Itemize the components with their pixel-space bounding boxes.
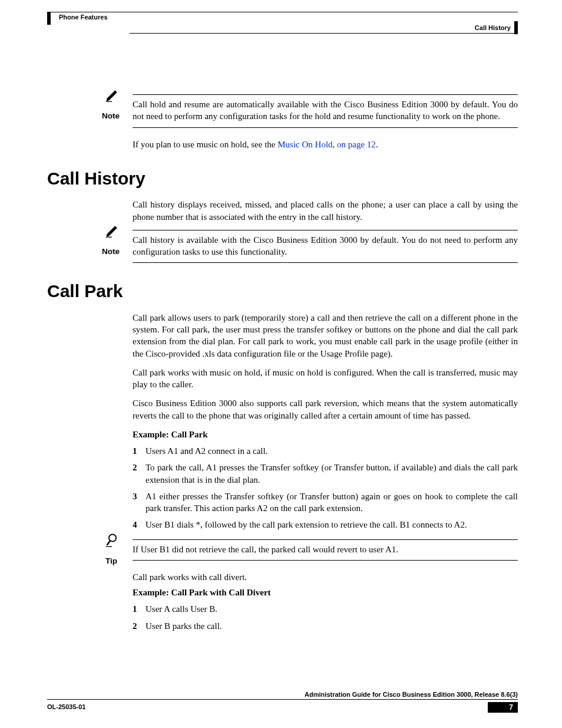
tip-text: If User B1 did not retrieve the call, th… (133, 543, 518, 555)
call-park-p1: Call park allows users to park (temporar… (133, 312, 518, 360)
note-text: Call hold and resume are automatically a… (133, 98, 518, 123)
tip-rule-top (133, 539, 518, 540)
svg-line-5 (107, 541, 110, 545)
call-park-p3: Cisco Business Edition 3000 also support… (133, 397, 518, 421)
note-block-2: Note Call history is available with the … (47, 230, 518, 263)
note-block-1: Note Call hold and resume are automatica… (47, 94, 518, 128)
step-number: 1 (133, 445, 146, 457)
moh-text-post: . (376, 140, 378, 149)
footer-doc-id: OL-25035-01 (47, 703, 85, 711)
step-number: 3 (133, 490, 146, 515)
pencil-icon (105, 87, 120, 103)
list-item: 1Users A1 and A2 connect in a call. (133, 445, 518, 457)
call-park-divert-text: Call park works with call divert. (133, 571, 518, 583)
svg-marker-2 (107, 226, 117, 236)
footer-row: OL-25035-01 7 (47, 702, 518, 713)
step-text: To park the call, A1 presses the Transfe… (146, 462, 518, 486)
note-label: Note (102, 111, 120, 121)
tip-label: Tip (105, 556, 117, 566)
step-text: User A calls User B. (146, 603, 518, 615)
header-section-title: Call History (475, 24, 511, 32)
moh-paragraph: If you plan to use music on hold, see th… (133, 139, 518, 150)
example-call-park-divert-steps: 1User A calls User B. 2User B parks the … (133, 603, 518, 632)
note-rule-bottom (133, 127, 518, 128)
note-label: Note (102, 246, 120, 257)
tip-rule-bottom (133, 560, 518, 561)
header-rule-top (51, 12, 518, 12)
footer-page-number: 7 (488, 702, 518, 713)
note-rule-top (133, 94, 518, 95)
step-text: A1 either presses the Transfer softkey (… (146, 490, 518, 515)
page: Phone Features Call History Note Call ho… (0, 0, 562, 728)
list-item: 3 A1 either presses the Transfer softkey… (133, 490, 518, 515)
example-call-park-divert-heading: Example: Call Park with Call Divert (133, 587, 518, 598)
tip-block: Tip If User B1 did not retrieve the call… (47, 539, 518, 561)
step-text: User B1 dials *, followed by the call pa… (146, 519, 518, 531)
note-rule-bottom (133, 262, 518, 263)
page-footer: Administration Guide for Cisco Business … (47, 690, 518, 713)
svg-marker-0 (107, 90, 117, 101)
example-call-park-heading: Example: Call Park (133, 429, 518, 440)
header-chapter-title: Phone Features (59, 13, 108, 22)
list-item: 1User A calls User B. (133, 603, 518, 615)
call-park-heading: Call Park (47, 279, 518, 304)
note-text: Call history is available with the Cisco… (133, 234, 518, 258)
page-header: Phone Features Call History (47, 12, 518, 41)
call-history-intro: Call history displays received, missed, … (133, 199, 518, 223)
svg-point-4 (109, 534, 116, 541)
step-number: 4 (133, 519, 146, 531)
list-item: 2User B parks the call. (133, 620, 518, 632)
step-number: 1 (133, 603, 146, 615)
call-park-p2: Call park works with music on hold, if m… (133, 367, 518, 391)
page-content: Note Call hold and resume are automatica… (47, 94, 518, 632)
step-text: User B parks the call. (146, 620, 518, 632)
example-call-park-steps: 1Users A1 and A2 connect in a call. 2 To… (133, 445, 518, 531)
list-item: 2 To park the call, A1 presses the Trans… (133, 462, 518, 486)
step-number: 2 (133, 620, 146, 632)
step-text: Users A1 and A2 connect in a call. (146, 445, 518, 457)
magnifier-icon (105, 532, 120, 548)
header-left-marker (47, 12, 51, 25)
note-rule-top (133, 230, 518, 230)
call-history-heading: Call History (47, 167, 518, 191)
header-right-marker (514, 21, 518, 34)
list-item: 4 User B1 dials *, followed by the call … (133, 519, 518, 531)
header-rule-bottom (130, 33, 514, 34)
moh-text-pre: If you plan to use music on hold, see th… (133, 140, 277, 149)
pencil-icon (105, 223, 120, 238)
footer-rule (47, 699, 518, 700)
step-number: 2 (133, 462, 146, 486)
music-on-hold-link[interactable]: Music On Hold, on page 12 (277, 140, 376, 149)
footer-book-title: Administration Guide for Cisco Business … (47, 690, 518, 699)
